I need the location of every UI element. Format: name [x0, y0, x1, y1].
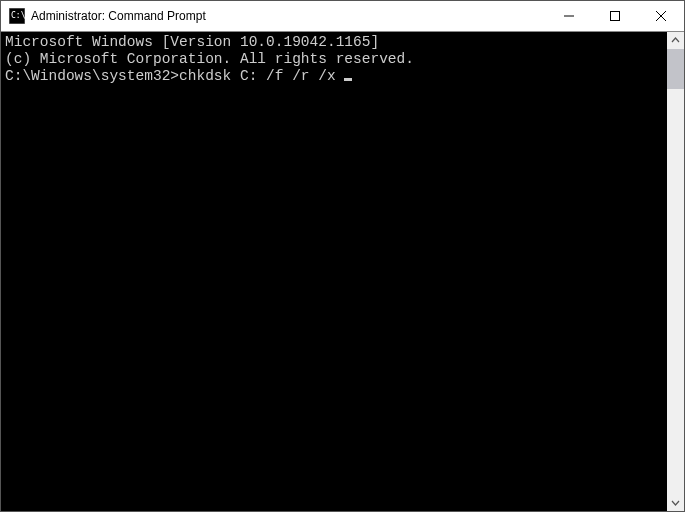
- output-line: Microsoft Windows [Version 10.0.19042.11…: [5, 34, 667, 51]
- svg-text:C:\: C:\: [11, 11, 25, 20]
- terminal-output[interactable]: Microsoft Windows [Version 10.0.19042.11…: [1, 32, 667, 511]
- titlebar[interactable]: C:\ Administrator: Command Prompt: [1, 1, 684, 31]
- svg-rect-4: [611, 12, 620, 21]
- vertical-scrollbar[interactable]: [667, 32, 684, 511]
- cmd-icon: C:\: [9, 8, 25, 24]
- typed-command: chkdsk C: /f /r /x: [179, 68, 344, 84]
- client-area: Microsoft Windows [Version 10.0.19042.11…: [1, 31, 684, 511]
- output-line: (c) Microsoft Corporation. All rights re…: [5, 51, 667, 68]
- scroll-thumb[interactable]: [667, 49, 684, 89]
- scroll-track[interactable]: [667, 49, 684, 494]
- command-prompt-window: C:\ Administrator: Command Prompt Micros…: [0, 0, 685, 512]
- window-controls: [546, 1, 684, 31]
- text-cursor: [344, 78, 352, 81]
- maximize-button[interactable]: [592, 1, 638, 31]
- prompt-path: C:\Windows\system32>: [5, 68, 179, 84]
- scroll-up-button[interactable]: [667, 32, 684, 49]
- minimize-button[interactable]: [546, 1, 592, 31]
- window-title: Administrator: Command Prompt: [31, 9, 546, 23]
- close-button[interactable]: [638, 1, 684, 31]
- scroll-down-button[interactable]: [667, 494, 684, 511]
- prompt-line: C:\Windows\system32>chkdsk C: /f /r /x: [5, 68, 667, 85]
